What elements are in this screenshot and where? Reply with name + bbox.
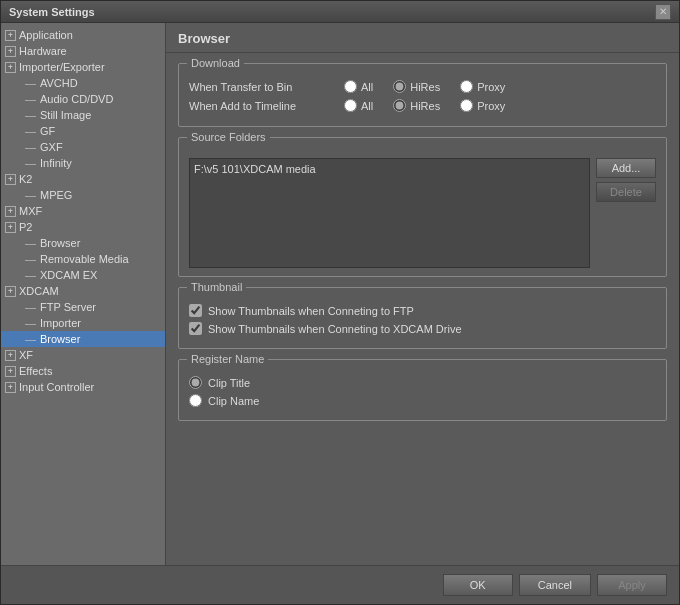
sidebar-item-xdcam[interactable]: +XDCAM (1, 283, 165, 299)
transfer-to-bin-label: When Transfer to Bin (189, 81, 344, 93)
sidebar-item-still-image[interactable]: —Still Image (1, 107, 165, 123)
close-button[interactable]: ✕ (655, 4, 671, 20)
sidebar-item-mxf[interactable]: +MXF (1, 203, 165, 219)
sidebar-item-effects[interactable]: +Effects (1, 363, 165, 379)
sidebar-item-label-still-image: Still Image (40, 109, 91, 121)
sidebar-item-importer[interactable]: —Importer (1, 315, 165, 331)
panel-title: Browser (166, 23, 679, 53)
sidebar-item-application[interactable]: +Application (1, 27, 165, 43)
at-hires-label: HiRes (410, 100, 440, 112)
expand-icon-mxf: + (5, 206, 16, 217)
tb-all-label: All (361, 81, 373, 93)
sidebar-item-label-xdcam-browser: Browser (40, 333, 80, 345)
at-all-label: All (361, 100, 373, 112)
clip-name-radio[interactable] (189, 394, 202, 407)
sidebar-item-xf[interactable]: +XF (1, 347, 165, 363)
clip-name-row[interactable]: Clip Name (189, 394, 656, 407)
sidebar-item-label-p2-browser: Browser (40, 237, 80, 249)
sidebar-item-mpeg[interactable]: —MPEG (1, 187, 165, 203)
sidebar-item-k2[interactable]: +K2 (1, 171, 165, 187)
sidebar-item-label-mxf: MXF (19, 205, 42, 217)
add-button[interactable]: Add... (596, 158, 656, 178)
sidebar-item-xdcam-browser[interactable]: —Browser (1, 331, 165, 347)
clip-title-radio[interactable] (189, 376, 202, 389)
source-folders-group: Source Folders F:\v5 101\XDCAM media Add… (178, 137, 667, 277)
expand-icon-xdcam: + (5, 286, 16, 297)
tree-dash: — (25, 109, 36, 121)
sidebar-item-label-infinity: Infinity (40, 157, 72, 169)
cancel-button[interactable]: Cancel (519, 574, 591, 596)
sidebar-item-hardware[interactable]: +Hardware (1, 43, 165, 59)
tb-hires-option[interactable]: HiRes (393, 80, 440, 93)
at-hires-option[interactable]: HiRes (393, 99, 440, 112)
main-panel: Browser Download When Transfer to Bin Al… (166, 23, 679, 565)
transfer-to-bin-row: When Transfer to Bin All HiRes Proxy (189, 80, 656, 93)
tb-proxy-radio[interactable] (460, 80, 473, 93)
sidebar-item-label-ftp-server: FTP Server (40, 301, 96, 313)
sidebar-item-importer-exporter[interactable]: +Importer/Exporter (1, 59, 165, 75)
thumb-ftp-label: Show Thumbnails when Conneting to FTP (208, 305, 414, 317)
sidebar-item-removable-media[interactable]: —Removable Media (1, 251, 165, 267)
at-hires-radio[interactable] (393, 99, 406, 112)
sidebar-item-input-controller[interactable]: +Input Controller (1, 379, 165, 395)
folder-buttons: Add... Delete (596, 158, 656, 268)
window-title: System Settings (9, 6, 95, 18)
sidebar-item-p2-browser[interactable]: —Browser (1, 235, 165, 251)
register-name-inner: Clip Title Clip Name (189, 368, 656, 407)
sidebar-item-label-gxf: GXF (40, 141, 63, 153)
sidebar: +Application+Hardware+Importer/Exporter—… (1, 23, 166, 565)
expand-icon-importer-exporter: + (5, 62, 16, 73)
sidebar-item-label-xdcam: XDCAM (19, 285, 59, 297)
thumb-ftp-row[interactable]: Show Thumbnails when Conneting to FTP (189, 304, 656, 317)
tree-dash: — (25, 77, 36, 89)
register-name-group: Register Name Clip Title Clip Name (178, 359, 667, 421)
ok-button[interactable]: OK (443, 574, 513, 596)
sidebar-item-xdcam-ex[interactable]: —XDCAM EX (1, 267, 165, 283)
expand-icon-effects: + (5, 366, 16, 377)
tree-dash: — (25, 125, 36, 137)
expand-icon-xf: + (5, 350, 16, 361)
at-proxy-radio[interactable] (460, 99, 473, 112)
sidebar-item-audio-cd-dvd[interactable]: —Audio CD/DVD (1, 91, 165, 107)
sidebar-item-label-avchd: AVCHD (40, 77, 78, 89)
add-to-timeline-row: When Add to Timeline All HiRes Proxy (189, 99, 656, 112)
sidebar-item-ftp-server[interactable]: —FTP Server (1, 299, 165, 315)
tb-hires-label: HiRes (410, 81, 440, 93)
clip-title-row[interactable]: Clip Title (189, 376, 656, 389)
at-proxy-option[interactable]: Proxy (460, 99, 505, 112)
tb-proxy-option[interactable]: Proxy (460, 80, 505, 93)
tree-dash: — (25, 189, 36, 201)
tree-dash: — (25, 317, 36, 329)
thumb-xdcam-label: Show Thumbnails when Conneting to XDCAM … (208, 323, 462, 335)
source-folders-title: Source Folders (187, 131, 270, 143)
apply-button[interactable]: Apply (597, 574, 667, 596)
sidebar-item-label-mpeg: MPEG (40, 189, 72, 201)
sidebar-item-gxf[interactable]: —GXF (1, 139, 165, 155)
title-bar: System Settings ✕ (1, 1, 679, 23)
sidebar-item-label-xf: XF (19, 349, 33, 361)
register-name-title: Register Name (187, 353, 268, 365)
thumbnail-group-title: Thumbnail (187, 281, 246, 293)
expand-icon-k2: + (5, 174, 16, 185)
tree-dash: — (25, 253, 36, 265)
tb-all-option[interactable]: All (344, 80, 373, 93)
sidebar-item-p2[interactable]: +P2 (1, 219, 165, 235)
tb-hires-radio[interactable] (393, 80, 406, 93)
at-all-option[interactable]: All (344, 99, 373, 112)
expand-icon-application: + (5, 30, 16, 41)
thumb-ftp-checkbox[interactable] (189, 304, 202, 317)
at-all-radio[interactable] (344, 99, 357, 112)
tb-all-radio[interactable] (344, 80, 357, 93)
delete-button[interactable]: Delete (596, 182, 656, 202)
thumb-xdcam-checkbox[interactable] (189, 322, 202, 335)
tree-dash: — (25, 141, 36, 153)
sidebar-item-gf[interactable]: —GF (1, 123, 165, 139)
tree-dash: — (25, 237, 36, 249)
tb-proxy-label: Proxy (477, 81, 505, 93)
download-group-title: Download (187, 57, 244, 69)
sidebar-item-avchd[interactable]: —AVCHD (1, 75, 165, 91)
sidebar-item-label-hardware: Hardware (19, 45, 67, 57)
sidebar-item-infinity[interactable]: —Infinity (1, 155, 165, 171)
expand-icon-p2: + (5, 222, 16, 233)
thumb-xdcam-row[interactable]: Show Thumbnails when Conneting to XDCAM … (189, 322, 656, 335)
